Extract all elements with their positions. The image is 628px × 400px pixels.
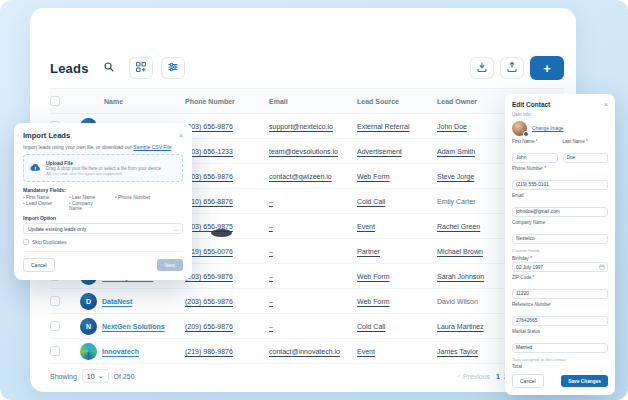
email-link[interactable]: – xyxy=(269,198,273,205)
col-owner: Lead Owner xyxy=(437,98,515,105)
table-header-row: Name Phone Number Email Lead Source Lead… xyxy=(50,88,564,114)
search-button[interactable] xyxy=(97,57,121,79)
col-email: Email xyxy=(269,98,357,105)
birthday-field[interactable]: 02 July 1997 xyxy=(512,262,608,272)
save-changes-button[interactable]: Save Changes xyxy=(561,375,608,387)
change-image-link[interactable]: Change Image xyxy=(532,126,563,131)
lead-source-link[interactable]: Web Form xyxy=(357,298,390,305)
lead-owner-link[interactable]: Michael Brown xyxy=(437,248,483,255)
lead-source-link[interactable]: Advertisement xyxy=(357,148,402,155)
marital-status-label: Marital Status xyxy=(512,329,608,334)
company-field[interactable] xyxy=(512,234,608,244)
last-name-field[interactable] xyxy=(563,153,609,163)
page-size-select[interactable]: 10 ⌄ xyxy=(82,369,109,383)
email-link[interactable]: – xyxy=(269,223,273,230)
sample-csv-link[interactable]: Sample CSV File xyxy=(133,144,171,150)
email-link[interactable]: contact@innovatech.io xyxy=(269,348,340,355)
email-link[interactable]: – xyxy=(269,323,273,330)
lead-source-link[interactable]: Event xyxy=(357,223,375,230)
next-button[interactable]: Next xyxy=(157,259,183,271)
cancel-button[interactable]: Cancel xyxy=(512,374,544,388)
reference-field[interactable] xyxy=(512,316,608,326)
tags-hint: Tags assigned to the contact xyxy=(512,357,608,362)
row-checkbox[interactable] xyxy=(50,346,60,356)
email-link[interactable]: – xyxy=(269,298,273,305)
email-link[interactable]: support@nextelco.io xyxy=(269,123,333,130)
email-link[interactable]: contact@qwizeen.io xyxy=(269,173,332,180)
mandatory-fields-list: First Name Last Name Phone Number Lead O… xyxy=(23,195,183,211)
import-option-value: Update existing leads only xyxy=(28,226,86,232)
mandatory-field: Lead Owner xyxy=(23,201,59,211)
export-button[interactable] xyxy=(500,57,524,79)
select-all-checkbox[interactable] xyxy=(50,96,60,106)
lead-source-link[interactable]: Web Form xyxy=(357,273,390,280)
lead-owner-link[interactable]: Emily Carter xyxy=(437,198,476,205)
phone-link[interactable]: (203) 656-1233 xyxy=(185,148,233,155)
phone-link[interactable]: (203) 656-9876 xyxy=(185,123,233,130)
page-header: Leads + xyxy=(30,8,576,88)
add-lead-button[interactable]: + xyxy=(530,56,564,80)
email-field[interactable] xyxy=(512,207,608,217)
lead-source-link[interactable]: Cold Call xyxy=(357,323,385,330)
zip-field[interactable] xyxy=(512,289,608,299)
lead-owner-link[interactable]: Steve Jorge xyxy=(437,173,474,180)
close-icon[interactable]: × xyxy=(179,132,183,139)
email-link[interactable]: – xyxy=(269,273,273,280)
import-option-label: Import Option xyxy=(23,215,183,221)
previous-page-button[interactable]: ‹ Previous xyxy=(458,373,491,380)
cancel-button[interactable]: Cancel xyxy=(23,258,55,272)
phone-link[interactable]: (203) 656-9876 xyxy=(185,273,233,280)
lead-name-link[interactable]: DataNest xyxy=(102,298,132,305)
search-icon xyxy=(103,61,115,76)
lead-owner-link[interactable]: John Doe xyxy=(437,123,467,130)
phone-link[interactable]: (209) 656-9876 xyxy=(185,323,233,330)
table-row: IInnovatech (219) 986-9876 contact@innov… xyxy=(50,339,564,364)
close-icon[interactable]: × xyxy=(604,101,608,108)
lead-source-link[interactable]: Web Form xyxy=(357,173,390,180)
page-number[interactable]: 1 xyxy=(496,373,500,380)
import-icon xyxy=(476,61,488,76)
marital-status-field[interactable] xyxy=(512,343,608,353)
modal-description: Import leads using your own file, or dow… xyxy=(23,144,183,150)
first-name-field[interactable] xyxy=(512,153,558,163)
import-option-select[interactable]: Update existing leads only ⌄ xyxy=(23,223,183,234)
lead-source-link[interactable]: Event xyxy=(357,348,375,355)
reference-label: Reference Number xyxy=(512,302,608,307)
filter-button[interactable] xyxy=(161,57,185,79)
avatar: D xyxy=(80,293,97,310)
table-row: DDataNest (203) 656-9876 – Web Form Davi… xyxy=(50,289,564,314)
calendar-icon xyxy=(599,264,605,270)
phone-link[interactable]: (210) 656-8876 xyxy=(185,198,233,205)
description-text: Import leads using your own file, or dow… xyxy=(23,144,133,150)
col-name: Name xyxy=(104,98,123,105)
phone-link[interactable]: (219) 986-9876 xyxy=(185,348,233,355)
kanban-view-button[interactable] xyxy=(129,57,153,79)
lead-name-link[interactable]: NextGen Solutions xyxy=(102,323,165,330)
import-button[interactable] xyxy=(470,57,494,79)
mandatory-field: Last Name xyxy=(69,195,105,200)
lead-owner-link[interactable]: Laura Martinez xyxy=(437,323,484,330)
lead-owner-link[interactable]: James Taylor xyxy=(437,348,478,355)
email-link[interactable]: team@devsolutions.io xyxy=(269,148,338,155)
upload-dropzone[interactable]: Upload File Drag & drop your file here o… xyxy=(23,154,183,182)
lead-owner-link[interactable]: Adam Smith xyxy=(437,148,475,155)
row-checkbox[interactable] xyxy=(50,296,60,306)
lead-source-link[interactable]: External Referral xyxy=(357,123,410,130)
import-leads-modal: Import Leads × Import leads using your o… xyxy=(14,123,192,280)
upload-note: All .csv and .xlsx file types are suppor… xyxy=(46,171,161,176)
email-link[interactable]: – xyxy=(269,248,273,255)
lead-owner-link[interactable]: Sarah Johnson xyxy=(437,273,484,280)
phone-link[interactable]: (203) 656-9876 xyxy=(185,173,233,180)
skip-duplicates-checkbox[interactable] xyxy=(23,239,29,245)
col-source: Lead Source xyxy=(357,98,437,105)
phone-field[interactable] xyxy=(512,180,608,190)
phone-link[interactable]: (219) 656-0076 xyxy=(185,248,233,255)
phone-link[interactable]: (203) 656-9876 xyxy=(185,298,233,305)
lead-source-link[interactable]: Cold Call xyxy=(357,198,385,205)
lead-source-link[interactable]: Partner xyxy=(357,248,380,255)
birthday-value: 02 July 1997 xyxy=(516,265,543,270)
row-checkbox[interactable] xyxy=(50,321,60,331)
lead-name-link[interactable]: Innovatech xyxy=(102,348,139,355)
lead-owner-link[interactable]: Rachel Green xyxy=(437,223,480,230)
lead-owner-link[interactable]: David Wilson xyxy=(437,298,478,305)
